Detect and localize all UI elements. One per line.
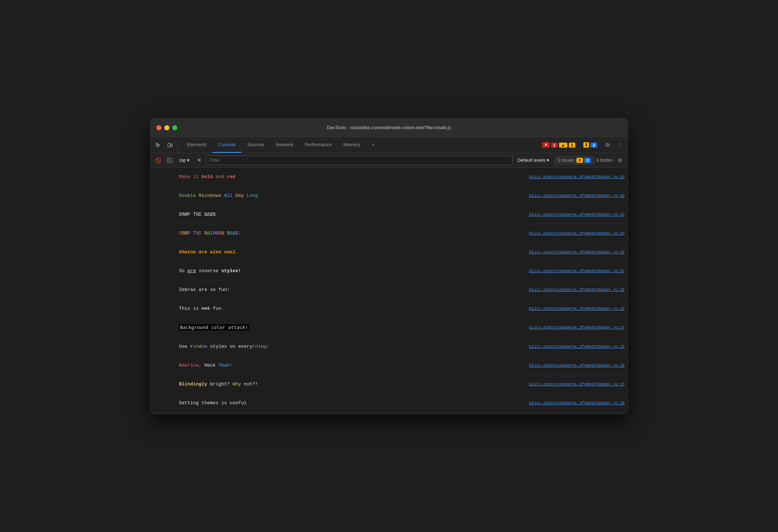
- console-source[interactable]: blitz.e1937cc6e2ee7e…3f4063378a564.js:15: [529, 250, 625, 254]
- context-dropdown[interactable]: top ▾: [177, 156, 193, 164]
- console-message: Zebras are so fun!: [156, 282, 523, 298]
- console-message: This is not fun.: [156, 300, 523, 317]
- more-options-button[interactable]: ⋮: [614, 140, 625, 150]
- device-toolbar-button[interactable]: [165, 140, 175, 150]
- console-row: America, Heck Yeah! blitz.e1937cc6e2ee7e…: [151, 356, 627, 375]
- console-source[interactable]: blitz.e1937cc6e2ee7e…3f4063378a564.js:15: [529, 401, 625, 405]
- svg-rect-1: [171, 144, 172, 147]
- console-row: Blindingly bright? Why not?! blitz.e1937…: [151, 375, 627, 394]
- console-row: Make it bold and red blitz.e1937cc6e2ee7…: [151, 168, 627, 186]
- console-message: Background color attack!: [156, 319, 523, 336]
- inspect-element-button[interactable]: [153, 140, 164, 150]
- console-message: Use random styles on everything!: [156, 338, 523, 355]
- error-badge-button[interactable]: ✕ 1 ▲ 1: [539, 141, 578, 149]
- console-row-error: this is an error blitz.e1937cc6e2ee7e…3f…: [151, 413, 627, 414]
- console-content[interactable]: Make it bold and red blitz.e1937cc6e2ee7…: [151, 168, 627, 414]
- console-source[interactable]: blitz.e1937cc6e2ee7e…3f4063378a564.js:15: [529, 212, 625, 217]
- console-toolbar: 🚫 top ▾ 👁 Default levels ▾ 5 Issues: 3 2…: [151, 153, 627, 168]
- default-levels-dropdown[interactable]: Default levels ▾: [515, 156, 552, 164]
- tab-sources[interactable]: Sources: [241, 137, 270, 153]
- console-row: Setting themes is useful blitz.e1937cc6e…: [151, 394, 627, 413]
- console-source[interactable]: blitz.e1937cc6e2ee7e…3f4063378a564.js:15: [529, 288, 625, 292]
- execute-script-button[interactable]: [165, 156, 174, 165]
- info-icon: ℹ: [583, 142, 589, 148]
- maximize-button[interactable]: [172, 125, 177, 130]
- issues-label: 5 Issues:: [558, 158, 575, 163]
- console-source[interactable]: blitz.e1937cc6e2ee7e…3f4063378a564.js:15: [529, 231, 625, 236]
- title-bar: DevTools - stackblitz.com/edit/node-colo…: [151, 118, 627, 137]
- levels-arrow-icon: ▾: [547, 157, 549, 163]
- issues-info-count: 2: [584, 158, 591, 163]
- window-title: DevTools - stackblitz.com/edit/node-colo…: [327, 125, 451, 130]
- tab-performance[interactable]: Performance: [299, 137, 337, 153]
- tab-memory[interactable]: Memory: [338, 137, 366, 153]
- clear-console-button[interactable]: 🚫: [153, 156, 163, 165]
- warning-count: 1: [569, 143, 575, 148]
- console-source[interactable]: blitz.e1937cc6e2ee7e…3f4063378a564.js:15: [529, 194, 625, 198]
- console-source[interactable]: blitz.e1937cc6e2ee7e…3f4063378a564.js:15: [529, 345, 625, 349]
- console-row: Double Rainbows All Day Long blitz.e1937…: [151, 186, 627, 205]
- console-message: Blindingly bright? Why not?!: [156, 376, 523, 392]
- tab-right-tools: ✕ 1 ▲ 1 ℹ 3 ⚙ ⋮: [539, 137, 625, 153]
- tabs: Elements Console Sources Network Perform…: [181, 137, 539, 153]
- console-row: DЯØP TΉΣ ЯΔIИΒØШ ΒΔ$$: blitz.e1937cc6e2e…: [151, 224, 627, 243]
- dropdown-arrow-icon: ▾: [187, 157, 190, 163]
- error-count: 1: [551, 143, 558, 148]
- close-button[interactable]: [156, 125, 161, 130]
- filter-toggle-button[interactable]: 👁: [195, 156, 204, 165]
- console-message: DЯØP TΉΣ ЯΔIИΒØШ ΒΔ$$:: [156, 225, 523, 241]
- console-row: Zebras are so fun! blitz.e1937cc6e2ee7e……: [151, 280, 627, 299]
- console-source[interactable]: blitz.e1937cc6e2ee7e…3f4063378a564.js:15: [529, 382, 625, 387]
- console-source[interactable]: blitz.e1937cc6e2ee7e…3f4063378a564.js:15: [529, 307, 625, 311]
- tab-elements[interactable]: Elements: [181, 137, 212, 153]
- console-row: Chains are also cool. blitz.e1937cc6e2ee…: [151, 243, 627, 262]
- tab-more[interactable]: »: [366, 137, 380, 153]
- console-row: This is not fun. blitz.e1937cc6e2ee7e…3f…: [151, 299, 627, 318]
- console-message: DЯØP TΉΣ ΒΔ$$: [156, 206, 523, 223]
- console-row: Background color attack! blitz.e1937cc6e…: [151, 318, 627, 337]
- tab-left-tools: [153, 137, 178, 153]
- svg-rect-0: [168, 143, 170, 147]
- console-row: DЯØP TΉΣ ΒΔ$$ blitz.e1937cc6e2ee7e…3f406…: [151, 205, 627, 224]
- console-message: Chains are also cool.: [156, 244, 523, 260]
- console-settings-button[interactable]: ⚙: [615, 156, 625, 165]
- issues-warning-count: 3: [576, 158, 583, 163]
- console-row: So are inverse styles! blitz.e1937cc6e2e…: [151, 262, 627, 280]
- console-source[interactable]: blitz.e1937cc6e2ee7e…3f4063378a564.js:15: [529, 269, 625, 273]
- tab-network[interactable]: Network: [270, 137, 299, 153]
- hidden-count: 6 hidden: [596, 158, 613, 163]
- minimize-button[interactable]: [164, 125, 169, 130]
- console-source[interactable]: blitz.e1937cc6e2ee7e…3f4063378a564.js:15: [529, 175, 625, 179]
- tab-bar: Elements Console Sources Network Perform…: [151, 137, 627, 153]
- console-row: Use random styles on everything! blitz.e…: [151, 337, 627, 356]
- warning-icon: ▲: [559, 143, 567, 148]
- issues-badge[interactable]: 5 Issues: 3 2: [554, 156, 594, 164]
- devtools-window: DevTools - stackblitz.com/edit/node-colo…: [150, 118, 628, 414]
- info-badge-button[interactable]: ℹ 3: [580, 141, 600, 149]
- console-source[interactable]: blitz.e1937cc6e2ee7e…3f4063378a564.js:15: [529, 325, 625, 330]
- console-message: Setting themes is useful: [156, 395, 523, 411]
- filter-input[interactable]: [206, 156, 512, 165]
- console-source[interactable]: blitz.e1937cc6e2ee7e…3f4063378a564.js:15: [529, 363, 625, 368]
- settings-button[interactable]: ⚙: [602, 140, 612, 150]
- console-message: Double Rainbows All Day Long: [156, 187, 523, 204]
- traffic-lights: [156, 125, 177, 130]
- console-message: So are inverse styles!: [156, 263, 523, 279]
- tab-console[interactable]: Console: [212, 137, 241, 153]
- console-message: America, Heck Yeah!: [156, 357, 523, 373]
- console-message: Make it bold and red: [156, 169, 523, 185]
- info-count: 3: [591, 143, 597, 148]
- error-icon: ✕: [542, 142, 550, 148]
